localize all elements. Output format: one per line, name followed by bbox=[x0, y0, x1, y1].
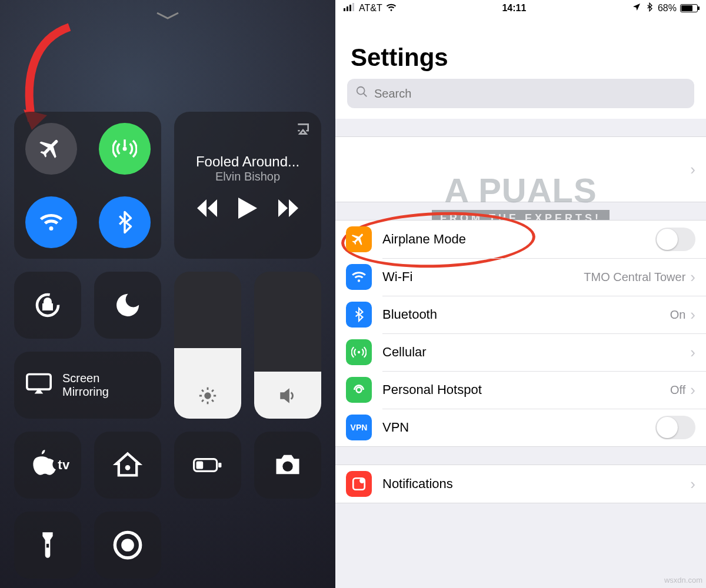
screen-mirroring-label: Screen Mirroring bbox=[62, 372, 109, 399]
svg-point-17 bbox=[358, 351, 360, 353]
search-icon bbox=[355, 85, 368, 102]
flashlight-button[interactable] bbox=[14, 512, 81, 579]
volume-icon bbox=[278, 386, 298, 408]
vpn-label: VPN bbox=[382, 420, 655, 435]
svg-point-19 bbox=[359, 478, 365, 483]
settings-pane: AT&T 14:11 68% Settings A PUALS FROM THE… bbox=[335, 0, 706, 588]
volume-slider[interactable] bbox=[254, 272, 321, 419]
notifications-label: Notifications bbox=[382, 476, 690, 492]
previous-track-button[interactable] bbox=[197, 199, 217, 219]
svg-rect-9 bbox=[46, 544, 49, 548]
cellular-data-toggle[interactable] bbox=[99, 123, 151, 175]
camera-button[interactable] bbox=[254, 432, 321, 499]
svg-rect-6 bbox=[218, 463, 221, 467]
settings-group-account: › bbox=[335, 136, 706, 202]
wifi-status-icon bbox=[386, 3, 397, 14]
settings-row-wifi[interactable]: Wi-Fi TMO Central Tower › bbox=[335, 258, 706, 296]
airplane-mode-label: Airplane Mode bbox=[382, 232, 655, 247]
wifi-label: Wi-Fi bbox=[382, 269, 584, 285]
svg-point-2 bbox=[204, 392, 211, 399]
svg-point-4 bbox=[125, 465, 131, 470]
chevron-right-icon: › bbox=[690, 268, 695, 286]
notifications-icon bbox=[346, 471, 372, 497]
chevron-right-icon: › bbox=[690, 475, 695, 493]
chevron-right-icon: › bbox=[690, 306, 695, 324]
hotspot-value: Off bbox=[670, 383, 685, 397]
chevron-right-icon: › bbox=[690, 343, 695, 362]
do-not-disturb-button[interactable] bbox=[94, 272, 161, 339]
rotation-lock-button[interactable] bbox=[14, 272, 81, 339]
svg-point-16 bbox=[357, 87, 365, 95]
chevron-right-icon: › bbox=[690, 381, 695, 399]
apple-tv-button[interactable]: tv bbox=[14, 432, 81, 499]
settings-row-account[interactable]: › bbox=[335, 137, 706, 202]
home-icon bbox=[112, 450, 143, 480]
status-time: 14:11 bbox=[502, 3, 526, 14]
bluetooth-icon bbox=[346, 302, 372, 328]
airplane-icon bbox=[346, 226, 372, 252]
chevron-right-icon: › bbox=[690, 161, 695, 179]
vpn-icon: VPN bbox=[346, 415, 372, 440]
connectivity-tile[interactable] bbox=[14, 112, 161, 259]
battery-icon bbox=[192, 450, 223, 480]
svg-rect-12 bbox=[344, 8, 345, 11]
page-title: Settings bbox=[335, 16, 706, 79]
svg-rect-14 bbox=[349, 5, 351, 11]
screen-record-button[interactable] bbox=[94, 512, 161, 579]
screen-mirroring-icon bbox=[26, 373, 52, 397]
now-playing-tile[interactable]: Fooled Around... Elvin Bishop bbox=[174, 112, 321, 259]
hotspot-label: Personal Hotspot bbox=[382, 382, 670, 397]
wifi-toggle[interactable] bbox=[25, 196, 77, 248]
settings-row-notifications[interactable]: Notifications › bbox=[335, 465, 706, 503]
bluetooth-status-icon bbox=[645, 2, 654, 14]
settings-row-airplane-mode[interactable]: Airplane Mode bbox=[335, 220, 706, 258]
hotspot-icon bbox=[346, 377, 372, 403]
vpn-switch[interactable] bbox=[655, 416, 695, 439]
settings-row-vpn[interactable]: VPN VPN bbox=[335, 409, 706, 446]
settings-row-bluetooth[interactable]: Bluetooth On › bbox=[335, 296, 706, 333]
search-input[interactable] bbox=[374, 87, 686, 101]
brightness-slider[interactable] bbox=[174, 272, 241, 419]
svg-point-8 bbox=[282, 462, 292, 472]
cellular-icon bbox=[346, 339, 372, 365]
wifi-icon bbox=[346, 264, 372, 290]
battery-percent: 68% bbox=[658, 3, 677, 14]
settings-row-hotspot[interactable]: Personal Hotspot Off › bbox=[335, 371, 706, 409]
search-field[interactable] bbox=[347, 79, 694, 108]
svg-rect-15 bbox=[352, 3, 354, 11]
carrier-label: AT&T bbox=[359, 3, 382, 14]
svg-point-0 bbox=[122, 146, 126, 151]
play-button[interactable] bbox=[238, 198, 257, 221]
svg-rect-7 bbox=[197, 462, 204, 469]
now-playing-title: Fooled Around... bbox=[196, 153, 299, 170]
control-center-pane: Fooled Around... Elvin Bishop bbox=[0, 0, 335, 588]
signal-bars-icon bbox=[344, 3, 355, 14]
chevron-down-icon[interactable] bbox=[155, 11, 181, 20]
svg-rect-3 bbox=[27, 375, 51, 390]
low-power-mode-button[interactable] bbox=[174, 432, 241, 499]
svg-rect-13 bbox=[347, 6, 348, 11]
battery-icon bbox=[680, 4, 698, 12]
status-bar: AT&T 14:11 68% bbox=[335, 0, 706, 16]
flashlight-icon bbox=[32, 530, 63, 560]
settings-group-notifications: Notifications › bbox=[335, 465, 706, 503]
next-track-button[interactable] bbox=[278, 199, 298, 219]
airplane-mode-toggle[interactable] bbox=[25, 123, 77, 175]
brightness-icon bbox=[198, 386, 218, 408]
cellular-label: Cellular bbox=[382, 345, 690, 360]
settings-row-cellular[interactable]: Cellular › bbox=[335, 333, 706, 371]
record-icon bbox=[112, 530, 143, 560]
bluetooth-toggle[interactable] bbox=[99, 196, 151, 248]
home-button[interactable] bbox=[94, 432, 161, 499]
location-arrow-icon bbox=[632, 2, 641, 14]
camera-icon bbox=[272, 450, 303, 480]
airplay-icon[interactable] bbox=[295, 121, 311, 139]
bluetooth-label: Bluetooth bbox=[382, 307, 670, 322]
screen-mirroring-button[interactable]: Screen Mirroring bbox=[14, 352, 161, 419]
apple-tv-label: tv bbox=[58, 457, 70, 473]
settings-group-connectivity: Airplane Mode Wi-Fi TMO Central Tower › … bbox=[335, 220, 706, 447]
apple-logo-icon bbox=[25, 450, 56, 480]
now-playing-artist: Elvin Bishop bbox=[215, 170, 280, 183]
airplane-mode-switch[interactable] bbox=[655, 228, 695, 251]
source-credit: wsxdn.com bbox=[664, 576, 702, 584]
